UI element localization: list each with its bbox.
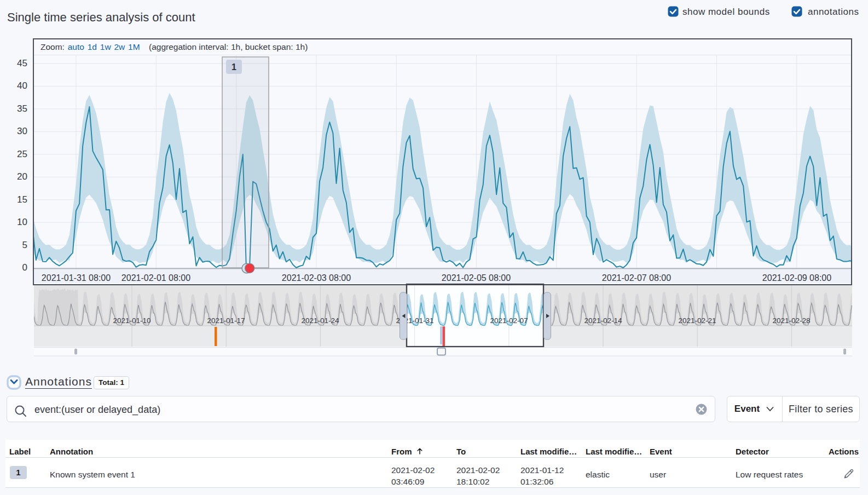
svg-text:2021-02-03 08:00: 2021-02-03 08:00 (282, 273, 351, 283)
svg-text:2021-01-17: 2021-01-17 (207, 316, 245, 325)
svg-text:1: 1 (232, 62, 236, 72)
svg-text:2021-01-24: 2021-01-24 (301, 316, 339, 325)
svg-text:2021-02-14: 2021-02-14 (584, 316, 622, 325)
svg-text:2021-02-01 08:00: 2021-02-01 08:00 (121, 273, 190, 283)
svg-text:2021-01-10: 2021-01-10 (113, 316, 151, 325)
svg-text:2021-02-28: 2021-02-28 (772, 316, 810, 325)
svg-text:2021-02-21: 2021-02-21 (678, 316, 716, 325)
svg-text:2021-02-09 08:00: 2021-02-09 08:00 (762, 273, 831, 283)
svg-text:2021-01-31 08:00: 2021-01-31 08:00 (42, 273, 111, 283)
svg-text:2021-02-07: 2021-02-07 (490, 316, 528, 325)
svg-text:2021-02-05 08:00: 2021-02-05 08:00 (442, 273, 511, 283)
svg-text:2021-02-07 08:00: 2021-02-07 08:00 (602, 273, 671, 283)
